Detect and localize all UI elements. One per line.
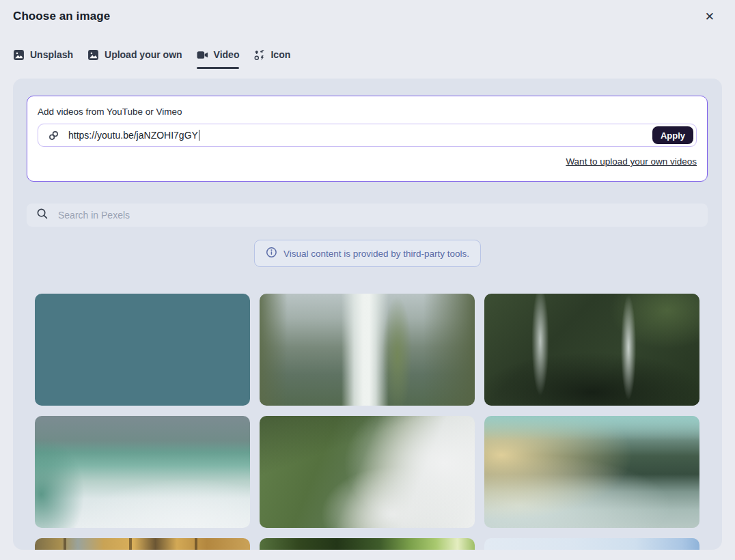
- search-bar: [27, 204, 708, 227]
- tab-upload-your-own[interactable]: Upload your own: [87, 41, 182, 68]
- close-icon[interactable]: ✕: [702, 8, 717, 25]
- image-icon: [87, 49, 99, 61]
- video-thumbnail-9[interactable]: [484, 538, 699, 550]
- text-caret: [199, 130, 200, 141]
- video-thumbnail-7[interactable]: [35, 538, 250, 550]
- image-icon: [13, 49, 25, 61]
- tab-label: Upload your own: [105, 49, 182, 60]
- third-party-notice: Visual content is provided by third-part…: [254, 240, 481, 267]
- tab-label: Video: [214, 49, 240, 60]
- tab-icon[interactable]: Icon: [253, 41, 290, 68]
- shapes-icon: [253, 49, 265, 61]
- search-input[interactable]: [58, 210, 699, 221]
- video-thumbnail-6[interactable]: [484, 416, 699, 528]
- video-thumbnail-1[interactable]: [35, 294, 250, 406]
- page-title: Choose an image: [13, 10, 110, 23]
- apply-button[interactable]: Apply: [652, 126, 693, 144]
- video-url-heading: Add videos from YouTube or Vimeo: [38, 107, 697, 117]
- video-results-grid: [35, 294, 699, 550]
- tab-unsplash[interactable]: Unsplash: [13, 41, 73, 68]
- link-icon: [48, 130, 59, 141]
- video-url-value: https://youtu.be/jaNZOHI7gGY: [68, 130, 198, 141]
- video-url-card: Add videos from YouTube or Vimeo https:/…: [27, 96, 708, 182]
- tab-bar: Unsplash Upload your own Video Icon: [13, 41, 290, 68]
- video-thumbnail-2[interactable]: [260, 294, 475, 406]
- video-thumbnail-4[interactable]: [35, 416, 250, 528]
- content-panel: Add videos from YouTube or Vimeo https:/…: [13, 79, 722, 550]
- video-thumbnail-8[interactable]: [260, 538, 475, 550]
- info-icon: [266, 247, 277, 260]
- video-thumbnail-5[interactable]: [260, 416, 475, 528]
- tab-video[interactable]: Video: [197, 41, 240, 68]
- notice-text: Visual content is provided by third-part…: [283, 249, 469, 259]
- tab-label: Unsplash: [30, 49, 73, 60]
- tab-label: Icon: [271, 49, 290, 60]
- choose-image-dialog: Choose an image ✕ Unsplash Upload your o…: [0, 0, 735, 560]
- upload-own-videos-link[interactable]: Want to upload your own videos: [566, 156, 697, 167]
- search-icon: [36, 208, 58, 223]
- video-thumbnail-3[interactable]: [484, 294, 699, 406]
- video-url-input[interactable]: https://youtu.be/jaNZOHI7gGY Apply: [38, 124, 697, 147]
- video-camera-icon: [197, 49, 208, 61]
